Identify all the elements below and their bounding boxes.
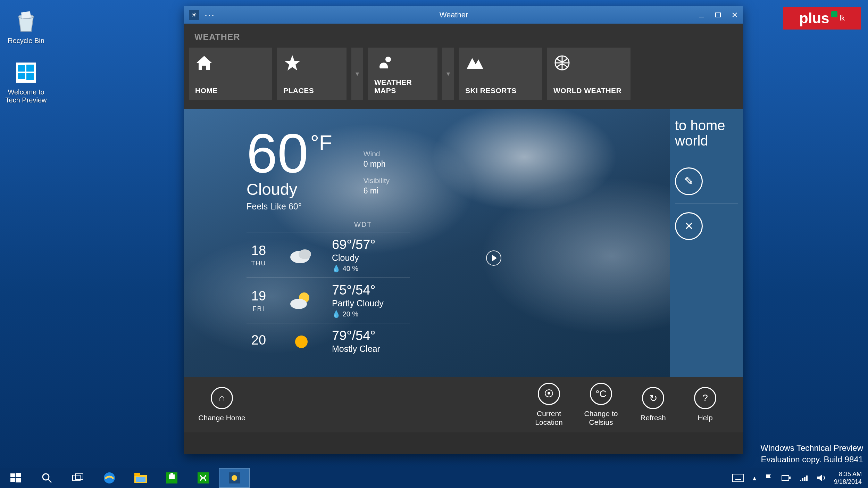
appbar-label: Change to Celsius — [575, 409, 627, 427]
svg-rect-23 — [75, 474, 83, 479]
taskbar-clock[interactable]: 8:35 AM 9/18/2014 — [834, 470, 862, 486]
sidepane-remove[interactable]: ✕ — [675, 204, 738, 248]
maximize-button[interactable] — [710, 6, 726, 24]
feels-like: Feels Like 60° — [247, 201, 332, 212]
forecast-day: THU — [247, 260, 271, 267]
mountain-icon — [465, 52, 536, 73]
close-icon: ✕ — [675, 212, 703, 240]
weather-window: ☀ ⋯ Weather WEATHER HOME PLACES ▾ WEATHE… — [184, 6, 743, 454]
appbar-label: Refresh — [627, 413, 679, 422]
tray-flag-icon[interactable] — [765, 474, 773, 482]
temp-value: 60 — [247, 128, 308, 178]
svg-point-20 — [43, 474, 49, 480]
nav-home[interactable]: HOME — [189, 48, 272, 100]
close-button[interactable] — [726, 6, 743, 24]
nav-world-weather[interactable]: WORLD WEATHER — [547, 48, 631, 100]
nav-label: SKI RESORTS — [465, 86, 536, 95]
svg-point-12 — [299, 249, 311, 259]
svg-rect-29 — [169, 474, 175, 479]
svg-rect-40 — [782, 475, 789, 480]
app-content: 60 °F Cloudy Feels Like 60° Wind 0 mph V… — [184, 109, 743, 377]
watermark-line: Evaluation copy. Build 9841 — [760, 454, 863, 465]
celsius-icon: °C — [590, 383, 612, 405]
svg-rect-34 — [733, 474, 744, 482]
globe-icon — [553, 52, 624, 73]
pencil-icon: ✎ — [675, 167, 703, 195]
wind-value: 0 mph — [364, 159, 390, 169]
forecast-row[interactable]: 20 79°/54°Mostly Clear — [247, 323, 410, 359]
tray-keyboard-icon[interactable] — [732, 473, 744, 482]
svg-rect-8 — [716, 13, 720, 17]
watermark-line: Windows Technical Preview — [760, 442, 863, 454]
change-celsius-button[interactable]: °CChange to Celsius — [575, 383, 627, 427]
forecast-row[interactable]: 18THU 69°/57°Cloudy💧 40 % — [247, 232, 410, 278]
visibility-label: Visibility — [364, 176, 390, 185]
minimize-button[interactable] — [693, 6, 710, 24]
help-button[interactable]: ?Help — [679, 387, 731, 422]
taskbar-weather[interactable] — [219, 468, 250, 488]
nav-places[interactable]: PLACES — [277, 48, 347, 100]
svg-point-15 — [295, 336, 308, 348]
brand-logo: plus lk — [783, 7, 861, 30]
nav-ski-resorts[interactable]: SKI RESORTS — [459, 48, 542, 100]
svg-rect-16 — [10, 473, 15, 477]
forecast-day: FRI — [247, 305, 271, 313]
svg-rect-27 — [136, 477, 145, 482]
titlebar[interactable]: ☀ ⋯ Weather — [184, 6, 743, 24]
tray-battery-icon[interactable] — [781, 475, 791, 481]
app-bar: ⌂Change Home ⦿Current Location °CChange … — [184, 377, 743, 432]
svg-point-14 — [290, 299, 307, 309]
svg-rect-19 — [16, 478, 21, 482]
svg-rect-45 — [806, 475, 808, 481]
sidepane-heading: to home world — [675, 118, 738, 148]
places-dropdown[interactable]: ▾ — [351, 48, 363, 100]
forecast-row[interactable]: 19FRI 75°/54°Partly Cloudy💧 20 % — [247, 278, 410, 323]
tray-chevron-icon[interactable]: ▴ — [753, 474, 756, 482]
clock-date: 9/18/2014 — [834, 478, 862, 486]
partly-cloudy-icon — [288, 288, 315, 313]
play-button[interactable] — [486, 250, 501, 266]
desktop-icon-recycle-bin[interactable]: Recycle Bin — [3, 8, 49, 45]
desktop-icon-welcome[interactable]: Welcome to Tech Preview — [3, 59, 49, 104]
refresh-button[interactable]: ↻Refresh — [627, 387, 679, 422]
raindrop-icon: 💧 — [332, 265, 341, 272]
taskbar-xbox[interactable] — [187, 468, 219, 488]
tray-volume-icon[interactable] — [817, 474, 826, 482]
forecast-date: 19 — [247, 289, 271, 304]
nav-label: PLACES — [283, 86, 340, 95]
window-title: Weather — [215, 10, 693, 19]
start-button[interactable] — [0, 468, 31, 488]
tray-network-icon[interactable] — [799, 474, 808, 482]
star-icon — [283, 52, 340, 73]
desktop-icon-label: Recycle Bin — [8, 37, 44, 44]
forecast-hilo: 79°/54° — [332, 328, 380, 343]
nav-heading: WEATHER — [189, 30, 738, 48]
brand-text: plus — [799, 10, 829, 27]
sunny-icon — [288, 329, 315, 354]
appbar-label: Help — [679, 413, 731, 422]
maps-dropdown[interactable]: ▾ — [442, 48, 454, 100]
sidepane-edit[interactable]: ✎ — [675, 159, 738, 204]
taskbar-store[interactable] — [156, 468, 187, 488]
wind-label: Wind — [364, 150, 390, 158]
data-provider: WDT — [354, 221, 649, 229]
task-view-button[interactable] — [62, 468, 94, 488]
app-icon: ☀ — [189, 10, 199, 20]
app-navbar: WEATHER HOME PLACES ▾ WEATHER MAPS ▾ SKI… — [184, 24, 743, 109]
taskbar-ie[interactable] — [94, 468, 125, 488]
current-location-button[interactable]: ⦿Current Location — [523, 383, 575, 427]
appbar-label: Current Location — [523, 409, 575, 427]
change-home-button[interactable]: ⌂Change Home — [196, 387, 248, 422]
nav-weather-maps[interactable]: WEATHER MAPS — [368, 48, 437, 100]
brand-suffix: lk — [840, 14, 844, 22]
current-weather-panel: 60 °F Cloudy Feels Like 60° Wind 0 mph V… — [184, 109, 670, 377]
current-temperature: 60 °F — [247, 128, 332, 178]
svg-rect-7 — [699, 17, 704, 17]
cloudy-icon — [288, 242, 315, 267]
taskbar: ▴ 8:35 AM 9/18/2014 — [0, 468, 868, 488]
forecast-hilo: 69°/57° — [332, 237, 376, 252]
search-button[interactable] — [31, 468, 62, 488]
app-menu-ellipsis[interactable]: ⋯ — [204, 9, 215, 21]
forecast-cond: Mostly Clear — [332, 344, 380, 354]
taskbar-explorer[interactable] — [125, 468, 156, 488]
